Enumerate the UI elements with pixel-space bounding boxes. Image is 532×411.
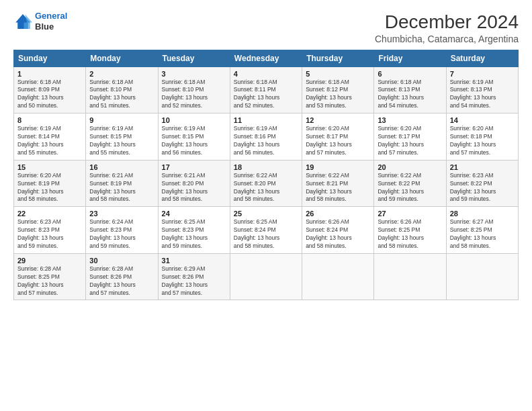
day-info: Sunrise: 6:18 AMSunset: 8:13 PMDaylight:… bbox=[378, 79, 442, 111]
calendar-day-header: Sunday bbox=[14, 50, 86, 66]
calendar-cell: 17Sunrise: 6:21 AMSunset: 8:20 PMDayligh… bbox=[158, 160, 230, 207]
logo: General Blue bbox=[13, 11, 67, 32]
day-info: Sunrise: 6:22 AMSunset: 8:20 PMDaylight:… bbox=[234, 172, 298, 204]
day-number: 12 bbox=[306, 116, 370, 124]
calendar-cell: 6Sunrise: 6:18 AMSunset: 8:13 PMDaylight… bbox=[374, 66, 446, 113]
day-info: Sunrise: 6:19 AMSunset: 8:15 PMDaylight:… bbox=[162, 125, 226, 157]
day-info: Sunrise: 6:18 AMSunset: 8:10 PMDaylight:… bbox=[89, 79, 154, 111]
day-info: Sunrise: 6:25 AMSunset: 8:24 PMDaylight:… bbox=[234, 218, 298, 250]
calendar-cell: 10Sunrise: 6:19 AMSunset: 8:15 PMDayligh… bbox=[158, 113, 230, 161]
calendar-cell: 13Sunrise: 6:20 AMSunset: 8:17 PMDayligh… bbox=[374, 113, 446, 161]
calendar-cell: 14Sunrise: 6:20 AMSunset: 8:18 PMDayligh… bbox=[446, 113, 518, 161]
day-info: Sunrise: 6:26 AMSunset: 8:25 PMDaylight:… bbox=[378, 218, 442, 250]
calendar-cell: 30Sunrise: 6:28 AMSunset: 8:26 PMDayligh… bbox=[86, 253, 158, 300]
calendar-week-row: 8Sunrise: 6:19 AMSunset: 8:14 PMDaylight… bbox=[14, 113, 519, 161]
calendar-cell: 23Sunrise: 6:24 AMSunset: 8:23 PMDayligh… bbox=[86, 207, 158, 254]
calendar-cell: 15Sunrise: 6:20 AMSunset: 8:19 PMDayligh… bbox=[14, 160, 86, 207]
day-number: 22 bbox=[17, 210, 82, 218]
calendar-cell bbox=[446, 253, 518, 300]
day-number: 19 bbox=[306, 163, 370, 171]
calendar-cell: 16Sunrise: 6:21 AMSunset: 8:19 PMDayligh… bbox=[86, 160, 158, 207]
calendar-cell: 27Sunrise: 6:26 AMSunset: 8:25 PMDayligh… bbox=[374, 207, 446, 254]
day-number: 4 bbox=[234, 70, 298, 78]
day-number: 5 bbox=[306, 70, 370, 78]
day-number: 29 bbox=[17, 257, 82, 265]
calendar-day-header: Monday bbox=[86, 50, 158, 66]
logo-text: General Blue bbox=[35, 11, 67, 32]
day-number: 30 bbox=[89, 257, 154, 265]
day-info: Sunrise: 6:19 AMSunset: 8:16 PMDaylight:… bbox=[234, 125, 298, 157]
calendar-cell bbox=[374, 253, 446, 300]
calendar-week-row: 1Sunrise: 6:18 AMSunset: 8:09 PMDaylight… bbox=[14, 66, 519, 113]
calendar-cell: 9Sunrise: 6:19 AMSunset: 8:15 PMDaylight… bbox=[86, 113, 158, 161]
day-number: 7 bbox=[450, 70, 515, 78]
calendar-cell: 21Sunrise: 6:23 AMSunset: 8:22 PMDayligh… bbox=[446, 160, 518, 207]
day-number: 15 bbox=[17, 163, 82, 171]
day-info: Sunrise: 6:18 AMSunset: 8:12 PMDaylight:… bbox=[306, 79, 370, 111]
calendar-day-header: Saturday bbox=[446, 50, 518, 66]
day-number: 26 bbox=[306, 210, 370, 218]
calendar-cell: 8Sunrise: 6:19 AMSunset: 8:14 PMDaylight… bbox=[14, 113, 86, 161]
calendar-cell: 7Sunrise: 6:19 AMSunset: 8:13 PMDaylight… bbox=[446, 66, 518, 113]
day-number: 28 bbox=[450, 210, 515, 218]
day-info: Sunrise: 6:22 AMSunset: 8:22 PMDaylight:… bbox=[378, 172, 442, 204]
day-info: Sunrise: 6:22 AMSunset: 8:21 PMDaylight:… bbox=[306, 172, 370, 204]
logo-line1: General bbox=[35, 11, 67, 21]
calendar-week-row: 22Sunrise: 6:23 AMSunset: 8:23 PMDayligh… bbox=[14, 207, 519, 254]
day-number: 6 bbox=[378, 70, 442, 78]
title-block: December 2024 Chumbicha, Catamarca, Arge… bbox=[375, 11, 519, 44]
day-number: 3 bbox=[162, 70, 226, 78]
calendar-cell: 28Sunrise: 6:27 AMSunset: 8:25 PMDayligh… bbox=[446, 207, 518, 254]
day-number: 14 bbox=[450, 116, 515, 124]
calendar-day-header: Wednesday bbox=[230, 50, 302, 66]
calendar-cell: 24Sunrise: 6:25 AMSunset: 8:23 PMDayligh… bbox=[158, 207, 230, 254]
day-info: Sunrise: 6:18 AMSunset: 8:09 PMDaylight:… bbox=[17, 79, 82, 111]
day-number: 16 bbox=[89, 163, 154, 171]
day-number: 24 bbox=[162, 210, 226, 218]
calendar-cell bbox=[302, 253, 374, 300]
day-info: Sunrise: 6:28 AMSunset: 8:26 PMDaylight:… bbox=[89, 265, 154, 298]
day-number: 1 bbox=[17, 70, 82, 78]
day-number: 11 bbox=[234, 116, 298, 124]
day-number: 21 bbox=[450, 163, 515, 171]
day-info: Sunrise: 6:26 AMSunset: 8:24 PMDaylight:… bbox=[306, 218, 370, 250]
day-info: Sunrise: 6:20 AMSunset: 8:17 PMDaylight:… bbox=[378, 125, 442, 157]
calendar-cell: 5Sunrise: 6:18 AMSunset: 8:12 PMDaylight… bbox=[302, 66, 374, 113]
day-info: Sunrise: 6:19 AMSunset: 8:13 PMDaylight:… bbox=[450, 79, 515, 111]
day-info: Sunrise: 6:18 AMSunset: 8:10 PMDaylight:… bbox=[162, 79, 226, 111]
day-info: Sunrise: 6:24 AMSunset: 8:23 PMDaylight:… bbox=[89, 218, 154, 250]
calendar-cell: 4Sunrise: 6:18 AMSunset: 8:11 PMDaylight… bbox=[230, 66, 302, 113]
day-number: 17 bbox=[162, 163, 226, 171]
day-number: 18 bbox=[234, 163, 298, 171]
calendar-cell: 2Sunrise: 6:18 AMSunset: 8:10 PMDaylight… bbox=[86, 66, 158, 113]
day-number: 31 bbox=[162, 257, 226, 265]
calendar-cell: 18Sunrise: 6:22 AMSunset: 8:20 PMDayligh… bbox=[230, 160, 302, 207]
calendar-cell: 3Sunrise: 6:18 AMSunset: 8:10 PMDaylight… bbox=[158, 66, 230, 113]
day-number: 8 bbox=[17, 116, 82, 124]
logo-icon bbox=[13, 12, 32, 31]
calendar-cell: 12Sunrise: 6:20 AMSunset: 8:17 PMDayligh… bbox=[302, 113, 374, 161]
day-number: 10 bbox=[162, 116, 226, 124]
day-info: Sunrise: 6:21 AMSunset: 8:19 PMDaylight:… bbox=[89, 172, 154, 204]
calendar-cell: 26Sunrise: 6:26 AMSunset: 8:24 PMDayligh… bbox=[302, 207, 374, 254]
day-number: 27 bbox=[378, 210, 442, 218]
day-info: Sunrise: 6:21 AMSunset: 8:20 PMDaylight:… bbox=[162, 172, 226, 204]
day-number: 2 bbox=[89, 70, 154, 78]
calendar-day-header: Tuesday bbox=[158, 50, 230, 66]
day-info: Sunrise: 6:20 AMSunset: 8:17 PMDaylight:… bbox=[306, 125, 370, 157]
calendar-cell: 1Sunrise: 6:18 AMSunset: 8:09 PMDaylight… bbox=[14, 66, 86, 113]
logo-line2: Blue bbox=[35, 21, 67, 32]
main-title: December 2024 bbox=[375, 11, 519, 34]
day-info: Sunrise: 6:19 AMSunset: 8:14 PMDaylight:… bbox=[17, 125, 82, 157]
calendar-week-row: 15Sunrise: 6:20 AMSunset: 8:19 PMDayligh… bbox=[14, 160, 519, 207]
calendar-cell: 22Sunrise: 6:23 AMSunset: 8:23 PMDayligh… bbox=[14, 207, 86, 254]
day-info: Sunrise: 6:23 AMSunset: 8:22 PMDaylight:… bbox=[450, 172, 515, 204]
day-info: Sunrise: 6:27 AMSunset: 8:25 PMDaylight:… bbox=[450, 218, 515, 250]
day-info: Sunrise: 6:18 AMSunset: 8:11 PMDaylight:… bbox=[234, 79, 298, 111]
calendar-cell: 19Sunrise: 6:22 AMSunset: 8:21 PMDayligh… bbox=[302, 160, 374, 207]
calendar-day-header: Thursday bbox=[302, 50, 374, 66]
day-number: 20 bbox=[378, 163, 442, 171]
day-info: Sunrise: 6:20 AMSunset: 8:18 PMDaylight:… bbox=[450, 125, 515, 157]
calendar-week-row: 29Sunrise: 6:28 AMSunset: 8:25 PMDayligh… bbox=[14, 253, 519, 300]
day-info: Sunrise: 6:29 AMSunset: 8:26 PMDaylight:… bbox=[162, 265, 226, 298]
